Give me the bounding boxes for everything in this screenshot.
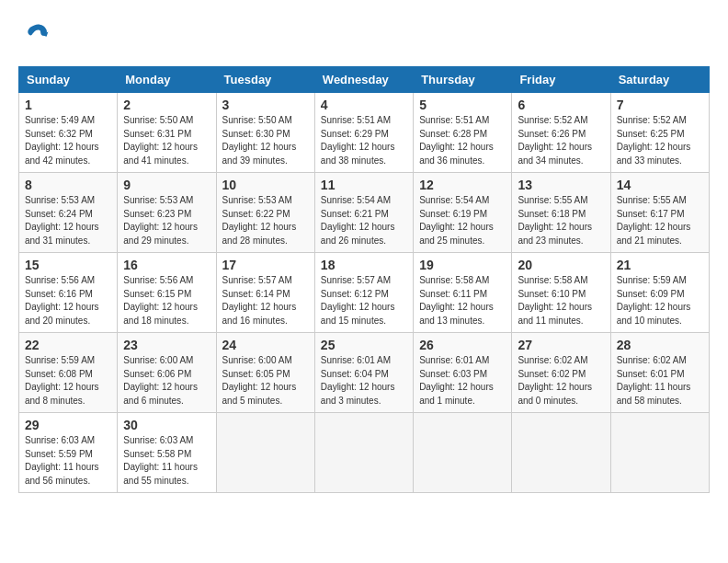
day-number: 19 <box>419 258 506 272</box>
col-header-tuesday: Tuesday <box>216 67 314 93</box>
day-number: 8 <box>25 178 111 192</box>
day-info: Sunrise: 5:52 AM Sunset: 6:25 PM Dayligh… <box>617 114 703 167</box>
calendar-cell: 4Sunrise: 5:51 AM Sunset: 6:29 PM Daylig… <box>314 93 413 173</box>
week-row-4: 22Sunrise: 5:59 AM Sunset: 6:08 PM Dayli… <box>19 333 710 413</box>
day-info: Sunrise: 5:50 AM Sunset: 6:31 PM Dayligh… <box>123 114 210 167</box>
week-row-5: 29Sunrise: 6:03 AM Sunset: 5:59 PM Dayli… <box>19 413 710 493</box>
day-info: Sunrise: 5:58 AM Sunset: 6:10 PM Dayligh… <box>518 274 604 327</box>
calendar-cell: 20Sunrise: 5:58 AM Sunset: 6:10 PM Dayli… <box>512 253 610 333</box>
day-number: 21 <box>617 258 703 272</box>
calendar-cell <box>414 413 512 493</box>
day-number: 24 <box>222 338 309 352</box>
calendar-cell: 30Sunrise: 6:03 AM Sunset: 5:58 PM Dayli… <box>118 413 216 493</box>
col-header-wednesday: Wednesday <box>314 67 413 93</box>
calendar-cell <box>610 413 709 493</box>
calendar-cell: 29Sunrise: 6:03 AM Sunset: 5:59 PM Dayli… <box>19 413 118 493</box>
day-number: 23 <box>123 338 210 352</box>
calendar-table: SundayMondayTuesdayWednesdayThursdayFrid… <box>18 66 710 493</box>
calendar-cell: 19Sunrise: 5:58 AM Sunset: 6:11 PM Dayli… <box>414 253 512 333</box>
calendar-cell <box>216 413 314 493</box>
day-number: 6 <box>518 98 604 112</box>
calendar-cell: 28Sunrise: 6:02 AM Sunset: 6:01 PM Dayli… <box>610 333 709 413</box>
calendar-cell: 27Sunrise: 6:02 AM Sunset: 6:02 PM Dayli… <box>512 333 610 413</box>
day-info: Sunrise: 5:53 AM Sunset: 6:23 PM Dayligh… <box>123 194 210 247</box>
calendar-cell: 10Sunrise: 5:53 AM Sunset: 6:22 PM Dayli… <box>216 173 314 253</box>
calendar-cell: 6Sunrise: 5:52 AM Sunset: 6:26 PM Daylig… <box>512 93 610 173</box>
day-number: 13 <box>518 178 604 192</box>
day-info: Sunrise: 5:59 AM Sunset: 6:09 PM Dayligh… <box>617 274 703 327</box>
day-info: Sunrise: 5:53 AM Sunset: 6:22 PM Dayligh… <box>222 194 309 247</box>
day-info: Sunrise: 5:49 AM Sunset: 6:32 PM Dayligh… <box>25 114 111 167</box>
calendar-cell: 24Sunrise: 6:00 AM Sunset: 6:05 PM Dayli… <box>216 333 314 413</box>
day-info: Sunrise: 5:58 AM Sunset: 6:11 PM Dayligh… <box>419 274 506 327</box>
day-number: 17 <box>222 258 309 272</box>
calendar-cell: 1Sunrise: 5:49 AM Sunset: 6:32 PM Daylig… <box>19 93 118 173</box>
day-info: Sunrise: 5:51 AM Sunset: 6:28 PM Dayligh… <box>419 114 506 167</box>
page-header <box>18 18 710 52</box>
week-row-3: 15Sunrise: 5:56 AM Sunset: 6:16 PM Dayli… <box>19 253 710 333</box>
day-info: Sunrise: 6:02 AM Sunset: 6:01 PM Dayligh… <box>617 354 703 408</box>
day-info: Sunrise: 6:00 AM Sunset: 6:05 PM Dayligh… <box>222 354 309 408</box>
day-number: 12 <box>419 178 506 192</box>
day-number: 25 <box>321 338 407 352</box>
day-info: Sunrise: 6:00 AM Sunset: 6:06 PM Dayligh… <box>123 354 210 408</box>
day-info: Sunrise: 5:54 AM Sunset: 6:19 PM Dayligh… <box>419 194 506 247</box>
day-number: 28 <box>617 338 703 352</box>
day-info: Sunrise: 5:55 AM Sunset: 6:17 PM Dayligh… <box>617 194 703 247</box>
calendar-cell <box>512 413 610 493</box>
day-number: 3 <box>222 98 309 112</box>
day-number: 7 <box>617 98 703 112</box>
day-info: Sunrise: 6:02 AM Sunset: 6:02 PM Dayligh… <box>518 354 604 408</box>
day-info: Sunrise: 5:50 AM Sunset: 6:30 PM Dayligh… <box>222 114 309 167</box>
day-info: Sunrise: 5:53 AM Sunset: 6:24 PM Dayligh… <box>25 194 111 247</box>
logo <box>18 18 55 52</box>
calendar-cell: 11Sunrise: 5:54 AM Sunset: 6:21 PM Dayli… <box>314 173 413 253</box>
calendar-cell: 23Sunrise: 6:00 AM Sunset: 6:06 PM Dayli… <box>118 333 216 413</box>
calendar-cell: 17Sunrise: 5:57 AM Sunset: 6:14 PM Dayli… <box>216 253 314 333</box>
day-number: 16 <box>123 258 210 272</box>
calendar-cell: 26Sunrise: 6:01 AM Sunset: 6:03 PM Dayli… <box>414 333 512 413</box>
calendar-cell <box>314 413 413 493</box>
day-info: Sunrise: 6:03 AM Sunset: 5:58 PM Dayligh… <box>123 434 210 488</box>
day-number: 14 <box>617 178 703 192</box>
calendar-cell: 22Sunrise: 5:59 AM Sunset: 6:08 PM Dayli… <box>19 333 118 413</box>
day-number: 20 <box>518 258 604 272</box>
calendar-cell: 7Sunrise: 5:52 AM Sunset: 6:25 PM Daylig… <box>610 93 709 173</box>
day-info: Sunrise: 6:01 AM Sunset: 6:04 PM Dayligh… <box>321 354 407 408</box>
day-info: Sunrise: 5:57 AM Sunset: 6:14 PM Dayligh… <box>222 274 309 327</box>
calendar-cell: 9Sunrise: 5:53 AM Sunset: 6:23 PM Daylig… <box>118 173 216 253</box>
day-number: 27 <box>518 338 604 352</box>
calendar-cell: 14Sunrise: 5:55 AM Sunset: 6:17 PM Dayli… <box>610 173 709 253</box>
col-header-sunday: Sunday <box>19 67 118 93</box>
col-header-monday: Monday <box>118 67 216 93</box>
week-row-1: 1Sunrise: 5:49 AM Sunset: 6:32 PM Daylig… <box>19 93 710 173</box>
calendar-cell: 25Sunrise: 6:01 AM Sunset: 6:04 PM Dayli… <box>314 333 413 413</box>
calendar-cell: 2Sunrise: 5:50 AM Sunset: 6:31 PM Daylig… <box>118 93 216 173</box>
day-number: 22 <box>25 338 111 352</box>
calendar-cell: 18Sunrise: 5:57 AM Sunset: 6:12 PM Dayli… <box>314 253 413 333</box>
calendar-cell: 15Sunrise: 5:56 AM Sunset: 6:16 PM Dayli… <box>19 253 118 333</box>
calendar-cell: 12Sunrise: 5:54 AM Sunset: 6:19 PM Dayli… <box>414 173 512 253</box>
day-info: Sunrise: 5:54 AM Sunset: 6:21 PM Dayligh… <box>321 194 407 247</box>
col-header-saturday: Saturday <box>610 67 709 93</box>
calendar-cell: 8Sunrise: 5:53 AM Sunset: 6:24 PM Daylig… <box>19 173 118 253</box>
logo-icon <box>18 18 51 52</box>
calendar-cell: 13Sunrise: 5:55 AM Sunset: 6:18 PM Dayli… <box>512 173 610 253</box>
day-number: 5 <box>419 98 506 112</box>
day-info: Sunrise: 5:52 AM Sunset: 6:26 PM Dayligh… <box>518 114 604 167</box>
day-info: Sunrise: 5:56 AM Sunset: 6:15 PM Dayligh… <box>123 274 210 327</box>
day-info: Sunrise: 5:55 AM Sunset: 6:18 PM Dayligh… <box>518 194 604 247</box>
calendar-cell: 3Sunrise: 5:50 AM Sunset: 6:30 PM Daylig… <box>216 93 314 173</box>
col-header-friday: Friday <box>512 67 610 93</box>
calendar-cell: 5Sunrise: 5:51 AM Sunset: 6:28 PM Daylig… <box>414 93 512 173</box>
day-number: 30 <box>123 418 210 432</box>
col-header-thursday: Thursday <box>414 67 512 93</box>
week-row-2: 8Sunrise: 5:53 AM Sunset: 6:24 PM Daylig… <box>19 173 710 253</box>
day-info: Sunrise: 5:57 AM Sunset: 6:12 PM Dayligh… <box>321 274 407 327</box>
day-number: 18 <box>321 258 407 272</box>
day-info: Sunrise: 5:56 AM Sunset: 6:16 PM Dayligh… <box>25 274 111 327</box>
day-number: 26 <box>419 338 506 352</box>
day-info: Sunrise: 5:51 AM Sunset: 6:29 PM Dayligh… <box>321 114 407 167</box>
day-number: 2 <box>123 98 210 112</box>
calendar-header-row: SundayMondayTuesdayWednesdayThursdayFrid… <box>19 67 710 93</box>
